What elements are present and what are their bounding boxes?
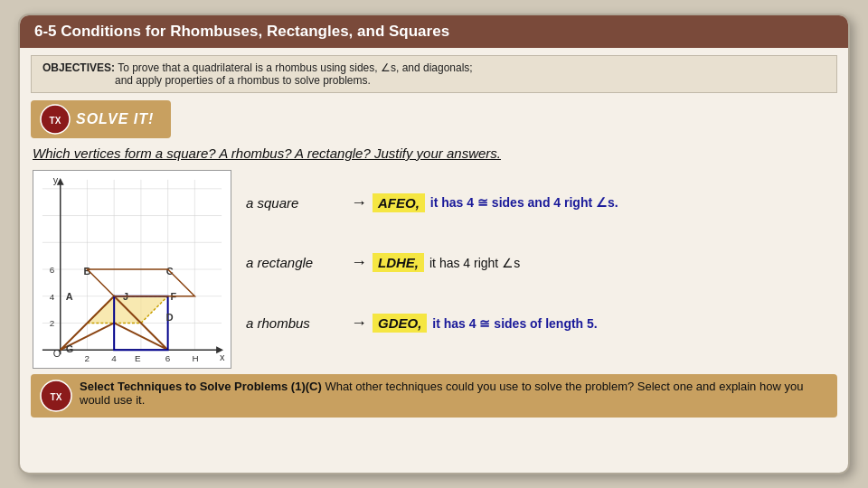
svg-text:y: y <box>53 174 59 185</box>
header-bar: 6-5 Conditions for Rhombuses, Rectangles… <box>20 15 848 48</box>
svg-text:TX: TX <box>50 116 61 126</box>
svg-text:H: H <box>192 353 198 363</box>
rhombus-label: a rhombus <box>246 315 345 331</box>
rectangle-highlight: LDHE, <box>373 253 424 272</box>
content-area: O x y 2 4 E 6 H 2 4 6 <box>33 170 835 369</box>
answer-row-rhombus: a rhombus → GDEO, it has 4 ≅ sides of le… <box>246 314 835 333</box>
select-techniques-text: Select Techniques to Solve Problems (1)(… <box>80 380 828 407</box>
question-text: Which vertices form a square? A rhombus?… <box>33 145 835 161</box>
answers-area: a square → AFEO, it has 4 ≅ sides and 4 … <box>246 170 835 369</box>
square-desc: it has 4 ≅ sides and 4 right ∠s. <box>430 195 618 210</box>
header-title: 6-5 Conditions for Rhombuses, Rectangles… <box>34 23 449 40</box>
answer-row-rectangle: a rectangle → LDHE, it has 4 right ∠s <box>246 253 835 272</box>
objectives-line2: and apply properties of a rhombus to sol… <box>42 74 371 87</box>
svg-text:6: 6 <box>50 265 55 275</box>
svg-text:2: 2 <box>84 353 90 363</box>
svg-text:6: 6 <box>165 353 171 363</box>
rhombus-desc: it has 4 ≅ sides of length 5. <box>432 316 597 331</box>
answer-row-square: a square → AFEO, it has 4 ≅ sides and 4 … <box>246 193 835 212</box>
graph-container: O x y 2 4 E 6 H 2 4 6 <box>33 170 231 369</box>
objectives-line1: To prove that a quadrilateral is a rhomb… <box>118 61 473 74</box>
svg-text:A: A <box>66 291 73 302</box>
svg-text:4: 4 <box>50 292 55 302</box>
svg-text:x: x <box>220 352 225 362</box>
rectangle-label: a rectangle <box>246 255 345 270</box>
objectives-label: OBJECTIVES: <box>42 61 115 74</box>
select-techniques-bar: TX Select Techniques to Solve Problems (… <box>31 374 837 418</box>
coordinate-graph: O x y 2 4 E 6 H 2 4 6 <box>33 171 231 368</box>
svg-text:2: 2 <box>50 318 55 328</box>
objectives-box: OBJECTIVES: To prove that a quadrilatera… <box>31 55 837 93</box>
texas-badge-solve: TX <box>40 104 71 135</box>
rhombus-arrow: → <box>351 314 367 333</box>
main-card: 6-5 Conditions for Rhombuses, Rectangles… <box>18 14 850 474</box>
rectangle-arrow: → <box>351 253 367 272</box>
solve-it-bar: TX SOLVE IT! <box>31 100 171 138</box>
svg-text:4: 4 <box>111 353 117 363</box>
texas-badge-techniques: TX <box>40 380 72 412</box>
svg-text:TX: TX <box>51 392 62 402</box>
square-arrow: → <box>351 193 367 212</box>
square-highlight: AFEO, <box>373 193 425 212</box>
solve-it-label: SOLVE IT! <box>76 111 154 127</box>
rectangle-desc: it has 4 right ∠s <box>429 256 520 270</box>
rhombus-highlight: GDEO, <box>373 314 427 333</box>
select-techniques-bold: Select Techniques to Solve Problems (1)(… <box>80 380 322 393</box>
svg-text:O: O <box>53 348 61 359</box>
svg-text:G: G <box>66 343 73 354</box>
svg-text:D: D <box>166 312 174 323</box>
svg-text:E: E <box>135 353 141 363</box>
square-label: a square <box>246 195 345 211</box>
